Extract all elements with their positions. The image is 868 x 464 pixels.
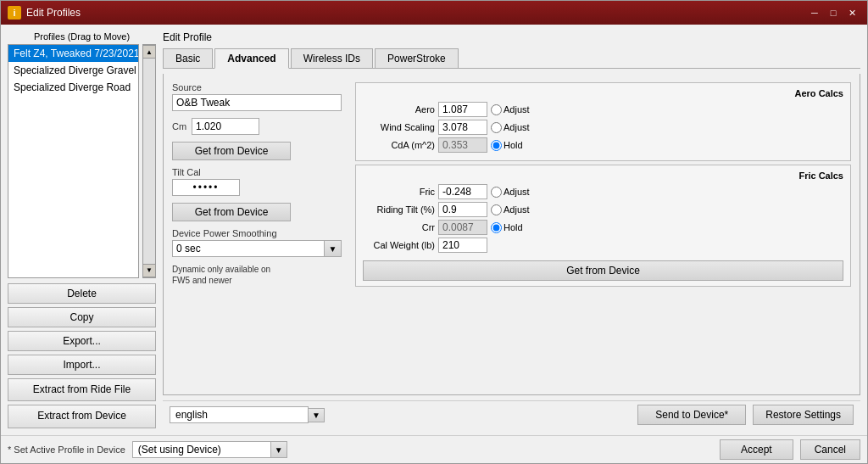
language-row: ▼: [170, 406, 325, 423]
tab-content-advanced: Source Cm Get from Device Tilt Cal Get f…: [163, 74, 860, 395]
riding-tilt-adjust-radio[interactable]: Adjust: [491, 204, 530, 215]
footer-bar: * Set Active Profile in Device ▼ Accept …: [1, 435, 867, 463]
footer-note: * Set Active Profile in Device: [8, 444, 125, 455]
get-from-device-button-2[interactable]: Get from Device: [172, 203, 291, 221]
profile-item-0[interactable]: Felt Z4, Tweaked 7/23/2021: [8, 45, 138, 62]
crr-radio-group: Hold: [491, 222, 523, 233]
cal-weight-row: Cal Weight (lb): [363, 238, 843, 253]
riding-tilt-label: Riding Tilt (%): [363, 204, 435, 215]
accept-button[interactable]: Accept: [720, 439, 793, 460]
cda-hold-radio[interactable]: Hold: [491, 140, 523, 151]
aero-calcs-label: Aero Calcs: [363, 88, 843, 98]
cda-hold-radio-input[interactable]: [491, 140, 502, 151]
copy-button[interactable]: Copy: [8, 307, 156, 327]
window-content: Profiles (Drag to Move) Felt Z4, Tweaked…: [1, 25, 867, 435]
tabs: Basic Advanced Wireless IDs PowerStroke: [163, 48, 860, 69]
fric-input[interactable]: [438, 184, 487, 199]
fric-adjust-label: Adjust: [504, 187, 530, 197]
tilt-cal-input[interactable]: [172, 179, 240, 196]
dynamic-note: Dynamic only available on FW5 and newer: [172, 264, 342, 286]
left-column: Source Cm Get from Device Tilt Cal Get f…: [172, 82, 342, 386]
tab-advanced[interactable]: Advanced: [214, 48, 288, 69]
cda-label: CdA (m^2): [363, 140, 435, 150]
wind-adjust-radio[interactable]: Adjust: [491, 122, 530, 133]
cal-weight-input[interactable]: [438, 238, 487, 253]
left-buttons: Delete Copy Export... Import... Extract …: [8, 283, 156, 428]
wind-scaling-input[interactable]: [438, 120, 487, 135]
tab-wireless-ids[interactable]: Wireless IDs: [291, 48, 373, 68]
right-panel: Edit Profile Basic Advanced Wireless IDs…: [163, 31, 860, 428]
crr-hold-radio[interactable]: Hold: [491, 222, 523, 233]
scroll-down-arrow[interactable]: ▼: [142, 264, 156, 277]
tab-basic[interactable]: Basic: [163, 48, 213, 68]
maximize-button[interactable]: □: [825, 5, 842, 20]
language-input[interactable]: [170, 406, 309, 423]
aero-row: Aero Adjust: [363, 102, 843, 117]
fric-row: Fric Adjust: [363, 184, 843, 199]
language-dropdown-button[interactable]: ▼: [309, 408, 325, 422]
send-to-device-button[interactable]: Send to Device*: [637, 405, 746, 425]
aero-input[interactable]: [438, 102, 487, 117]
cancel-button[interactable]: Cancel: [800, 439, 860, 460]
active-profile-select: ▼: [132, 441, 287, 458]
aero-label: Aero: [363, 104, 435, 115]
edit-profile-label: Edit Profile: [163, 31, 860, 43]
riding-tilt-input[interactable]: [438, 202, 487, 217]
profile-item-2[interactable]: Specialized Diverge Road: [8, 79, 138, 96]
riding-tilt-adjust-radio-input[interactable]: [491, 204, 502, 215]
fric-calcs-label: Fric Calcs: [363, 171, 843, 181]
device-power-select-row: ▼: [172, 240, 342, 257]
crr-hold-radio-input[interactable]: [491, 222, 502, 233]
scroll-up-arrow[interactable]: ▲: [142, 45, 156, 59]
wind-adjust-label: Adjust: [504, 122, 530, 132]
title-bar: i Edit Profiles ─ □ ✕: [1, 1, 867, 25]
app-icon: i: [8, 6, 21, 20]
get-from-device-button-3[interactable]: Get from Device: [363, 260, 843, 281]
extract-ride-file-button[interactable]: Extract from Ride File: [8, 378, 156, 402]
fric-adjust-radio[interactable]: Adjust: [491, 187, 530, 198]
profiles-label: Profiles (Drag to Move): [8, 31, 156, 42]
cda-input[interactable]: [438, 137, 487, 153]
close-button[interactable]: ✕: [843, 5, 860, 20]
cm-input[interactable]: [192, 118, 259, 135]
get-from-device-button-1[interactable]: Get from Device: [172, 142, 291, 160]
extract-device-button[interactable]: Extract from Device: [8, 405, 156, 428]
aero-adjust-radio-input[interactable]: [491, 104, 502, 115]
crr-hold-label: Hold: [504, 222, 523, 232]
active-profile-dropdown-button[interactable]: ▼: [271, 441, 287, 458]
device-power-input[interactable]: [172, 240, 325, 257]
list-scrollbar: ▲ ▼: [142, 44, 156, 278]
fric-adjust-radio-input[interactable]: [491, 187, 502, 198]
wind-adjust-radio-input[interactable]: [491, 122, 502, 133]
tilt-cal-label: Tilt Cal: [172, 167, 342, 177]
cal-weight-label: Cal Weight (lb): [363, 240, 435, 250]
restore-settings-button[interactable]: Restore Settings: [753, 405, 854, 425]
export-button[interactable]: Export...: [8, 331, 156, 351]
cda-row: CdA (m^2) Hold: [363, 137, 843, 153]
cda-hold-label: Hold: [504, 140, 523, 150]
aero-adjust-radio[interactable]: Adjust: [491, 104, 530, 115]
cm-field-row: Cm: [172, 118, 342, 135]
profile-item-1[interactable]: Specialized Diverge Gravel: [8, 62, 138, 79]
fric-label: Fric: [363, 187, 435, 197]
device-power-dropdown-button[interactable]: ▼: [325, 240, 342, 257]
delete-button[interactable]: Delete: [8, 283, 156, 304]
wind-radio-group: Adjust: [491, 122, 530, 133]
bottom-bar: ▼ Send to Device* Restore Settings: [163, 400, 860, 428]
main-window: i Edit Profiles ─ □ ✕ Profiles (Drag to …: [0, 0, 868, 464]
crr-row: Crr Hold: [363, 220, 843, 235]
cm-label: Cm: [172, 121, 186, 131]
wind-scaling-row: Wind Scaling Adjust: [363, 120, 843, 135]
import-button[interactable]: Import...: [8, 355, 156, 375]
title-bar-left: i Edit Profiles: [8, 6, 81, 20]
minimize-button[interactable]: ─: [806, 5, 823, 20]
source-label: Source: [172, 82, 342, 92]
window-title: Edit Profiles: [26, 7, 81, 19]
tilt-cal-field-group: Tilt Cal: [172, 167, 342, 196]
source-input[interactable]: [172, 94, 342, 111]
aero-adjust-label: Adjust: [504, 104, 530, 115]
crr-input[interactable]: [438, 220, 487, 235]
fric-section: Fric Calcs Fric Adjust: [355, 165, 851, 287]
active-profile-input[interactable]: [132, 441, 271, 458]
tab-powerstroke[interactable]: PowerStroke: [375, 48, 459, 68]
